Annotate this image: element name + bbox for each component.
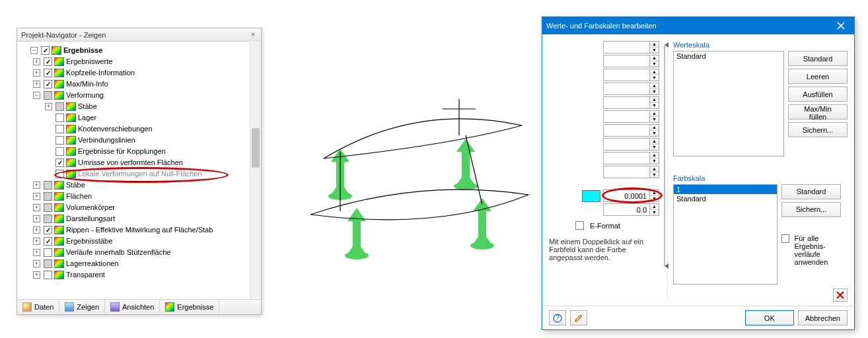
spin-up-icon[interactable]: ▲: [650, 190, 659, 196]
expand-icon[interactable]: +: [33, 271, 40, 279]
tab-daten[interactable]: Daten: [17, 300, 59, 314]
tree-label[interactable]: Transparent: [66, 269, 105, 281]
tree-label[interactable]: Rippen - Effektive Mitwirkung auf Fläche…: [66, 224, 213, 236]
farbskala-list[interactable]: 1 Standard: [673, 184, 778, 285]
tree-label[interactable]: Verbindungslinien: [78, 135, 135, 146]
checkbox[interactable]: [55, 136, 64, 145]
farbskala-sichern-button[interactable]: Sichern...: [781, 202, 841, 217]
tree-label[interactable]: Ergebniswerte: [66, 56, 112, 67]
checkbox[interactable]: [44, 203, 52, 212]
expand-icon[interactable]: +: [33, 58, 40, 65]
spin-up-icon[interactable]: ▲: [650, 42, 659, 48]
slider-handle-bottom-icon[interactable]: [665, 263, 669, 269]
checkbox[interactable]: [44, 91, 52, 100]
spin-up-icon[interactable]: ▲: [650, 69, 659, 75]
expand-icon[interactable]: +: [33, 238, 40, 245]
werteskala-maxmin-button[interactable]: Max/Min füllen: [788, 104, 848, 119]
spin-down-icon[interactable]: ▼: [650, 117, 659, 122]
checkbox[interactable]: [44, 192, 52, 201]
expand-icon[interactable]: +: [33, 69, 40, 77]
spin-10[interactable]: ▲▼: [603, 166, 659, 178]
list-item[interactable]: Standard: [674, 51, 783, 61]
ok-button[interactable]: OK: [745, 310, 794, 325]
spin-down-icon[interactable]: ▼: [650, 103, 659, 108]
spin-down-icon[interactable]: ▼: [650, 210, 659, 215]
expand-icon[interactable]: +: [33, 226, 40, 234]
eformat-checkbox-row[interactable]: E-Format: [575, 221, 620, 230]
spin-down-icon[interactable]: ▼: [650, 75, 659, 81]
dialog-titlebar[interactable]: Werte- und Farbskalen bearbeiten: [542, 17, 854, 34]
spin-6[interactable]: ▲▼: [603, 110, 659, 123]
spin-11[interactable]: ▲▼: [603, 189, 659, 202]
checkbox[interactable]: [55, 102, 64, 111]
tab-ansichten[interactable]: Ansichten: [105, 300, 160, 314]
spin-up-icon[interactable]: ▲: [650, 166, 659, 172]
help-button[interactable]: ?: [549, 310, 566, 325]
tree-label[interactable]: Umrisse von verformten Flächen: [78, 157, 183, 168]
expand-icon[interactable]: +: [33, 204, 40, 211]
tree-label[interactable]: Kopfzeile-Information: [66, 67, 135, 79]
farbskala-standard-button[interactable]: Standard: [781, 184, 841, 199]
collapse-icon[interactable]: −: [33, 92, 40, 99]
werteskala-standard-button[interactable]: Standard: [788, 51, 848, 66]
spin-down-icon[interactable]: ▼: [650, 172, 659, 178]
tree-label[interactable]: Lager: [78, 112, 96, 123]
list-item[interactable]: Standard: [674, 194, 777, 203]
delete-button[interactable]: [833, 288, 848, 302]
checkbox[interactable]: [44, 69, 52, 77]
expand-icon[interactable]: +: [33, 249, 40, 256]
checkbox[interactable]: [44, 215, 52, 223]
spin-up-icon[interactable]: ▲: [650, 152, 659, 158]
checkbox[interactable]: [781, 234, 789, 243]
checkbox[interactable]: [44, 248, 52, 257]
model-viewport[interactable]: [284, 79, 542, 264]
werteskala-leeren-button[interactable]: Leeren: [788, 69, 848, 84]
tree-label[interactable]: Lokale Verformungen auf Null-Flächen: [78, 168, 202, 180]
werteskala-sichern-button[interactable]: Sichern...: [788, 122, 848, 137]
spin-7[interactable]: ▲▼: [603, 124, 659, 137]
checkbox[interactable]: [55, 125, 64, 133]
tree-label[interactable]: Flächen: [66, 191, 92, 202]
werteskala-list[interactable]: Standard: [673, 51, 784, 156]
checkbox[interactable]: [44, 237, 52, 246]
navigator-scrollbar[interactable]: [250, 42, 261, 298]
tree-label[interactable]: Darstellungsart: [66, 213, 115, 224]
range-slider[interactable]: [661, 41, 669, 270]
tree-label[interactable]: Ergebnisstäbe: [66, 236, 112, 247]
tree-label[interactable]: Knotenverschiebungen: [78, 123, 153, 135]
list-item[interactable]: 1: [674, 185, 777, 194]
checkbox[interactable]: [55, 158, 64, 167]
spin-8[interactable]: ▲▼: [603, 138, 659, 151]
collapse-icon[interactable]: −: [30, 47, 38, 54]
tab-zeigen[interactable]: Zeigen: [59, 300, 105, 314]
checkbox[interactable]: [55, 147, 64, 156]
navigator-close-button[interactable]: ×: [248, 30, 258, 40]
spin-up-icon[interactable]: ▲: [650, 204, 659, 210]
checkbox[interactable]: [41, 46, 50, 55]
tree-label[interactable]: Stäbe: [78, 101, 97, 112]
spin-4[interactable]: ▲▼: [603, 83, 659, 95]
checkbox[interactable]: [44, 271, 52, 279]
slider-handle-top-icon[interactable]: [665, 42, 669, 48]
checkbox[interactable]: [44, 259, 52, 268]
tab-ergebnisse[interactable]: Ergebnisse: [160, 300, 219, 314]
checkbox[interactable]: [55, 114, 64, 122]
apply-all-row[interactable]: Für alle Ergebnis- verläufe anwenden: [781, 234, 848, 266]
spin-down-icon[interactable]: ▼: [650, 158, 659, 164]
checkbox[interactable]: [575, 221, 584, 230]
spin-down-icon[interactable]: ▼: [650, 48, 659, 53]
spin-up-icon[interactable]: ▲: [650, 83, 659, 89]
checkbox[interactable]: [44, 80, 52, 88]
spin-down-icon[interactable]: ▼: [650, 61, 659, 67]
tree-label[interactable]: Max/Min-Info: [66, 79, 108, 90]
spin-up-icon[interactable]: ▲: [650, 55, 659, 61]
checkbox[interactable]: [44, 226, 52, 234]
spin-12[interactable]: ▲▼: [603, 203, 659, 216]
tree-label[interactable]: Stäbe: [66, 180, 85, 191]
spin-down-icon[interactable]: ▼: [650, 131, 659, 136]
spin-down-icon[interactable]: ▼: [650, 196, 659, 201]
expand-icon[interactable]: +: [45, 103, 52, 110]
spin-9[interactable]: ▲▼: [603, 152, 659, 164]
spin-up-icon[interactable]: ▲: [650, 97, 659, 103]
tree-label[interactable]: Volumenkörper: [66, 202, 115, 213]
